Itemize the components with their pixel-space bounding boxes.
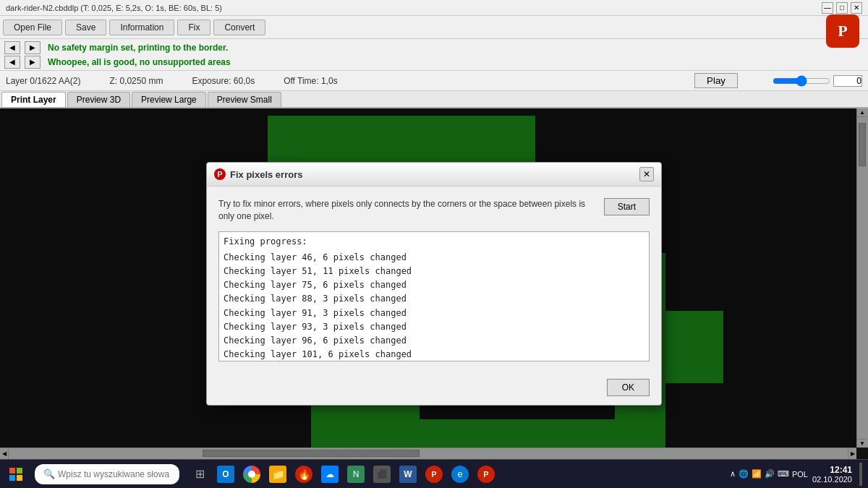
progress-box[interactable]: Fixing progress: Checking layer 46, 6 pi… — [218, 231, 650, 361]
play-button[interactable]: Play — [694, 73, 738, 88]
zoom-input[interactable]: 0 — [833, 75, 862, 87]
window-title: dark-rider-N2.cbddlp (T: 0,025, E: 5,2s,… — [6, 4, 222, 12]
time-display: 12:41 — [812, 465, 852, 475]
next-button-2[interactable]: ▶ — [25, 56, 41, 69]
layer-label: Layer 0/1622 AA(2) — [6, 76, 80, 86]
app6-icon[interactable]: P — [475, 463, 498, 486]
minimize-button[interactable]: — — [822, 2, 833, 14]
canvas-area: ▲ ▼ ◀ ▶ P Fix pixels errors ✕ Try to fix… — [0, 108, 868, 459]
progress-line: Checking layer 91, 3 pixels changed — [224, 307, 644, 320]
modal-body: Try to fix minor errors, where pixels on… — [207, 187, 661, 373]
modal-footer: OK — [207, 373, 661, 405]
modal-title: P Fix pixels errors — [214, 168, 302, 180]
app4-icon[interactable]: ⬛ — [370, 463, 393, 486]
info-bar: ◀ ▶ No safety margin set, printing to th… — [0, 39, 868, 71]
info-row-2: ◀ ▶ Whoopee, all is good, no unsupported… — [0, 55, 868, 69]
z-label: Z: 0,0250 mm — [109, 76, 163, 86]
layer-info-bar: Layer 0/1622 AA(2) Z: 0,0250 mm Exposure… — [0, 71, 868, 91]
keyboard-icon[interactable]: ⌨ — [778, 469, 789, 479]
next-button[interactable]: ▶ — [25, 41, 41, 54]
toolbar: Open File Save Information Fix Convert P — [0, 16, 868, 39]
off-time-label: Off Time: 1,0s — [284, 76, 337, 86]
close-button[interactable]: ✕ — [851, 2, 862, 14]
progress-lines: Checking layer 46, 6 pixels changedCheck… — [224, 251, 644, 361]
fix-pixels-modal: P Fix pixels errors ✕ Try to fix minor e… — [206, 162, 662, 406]
app2-icon[interactable]: ☁ — [318, 463, 341, 486]
network-icon[interactable]: 🌐 — [739, 469, 749, 479]
tab-print-layer[interactable]: Print Layer — [1, 92, 66, 107]
tab-preview-large[interactable]: Preview Large — [132, 92, 206, 107]
modal-title-bar: P Fix pixels errors ✕ — [207, 163, 661, 187]
modal-close-button[interactable]: ✕ — [639, 167, 654, 181]
exposure-label: Exposure: 60,0s — [192, 76, 255, 86]
progress-line: Checking layer 75, 6 pixels changed — [224, 278, 644, 292]
date-display: 02.10.2020 — [812, 475, 852, 484]
progress-line: Checking layer 46, 6 pixels changed — [224, 251, 644, 265]
explorer-icon[interactable]: 📁 — [266, 463, 289, 486]
progress-line: Checking layer 93, 3 pixels changed — [224, 320, 644, 334]
search-icon: 🔍 — [43, 468, 55, 479]
open-file-button[interactable]: Open File — [3, 20, 62, 35]
maximize-button[interactable]: □ — [836, 2, 848, 14]
windows-logo — [9, 468, 22, 481]
outlook-icon[interactable]: O — [214, 463, 237, 486]
save-button[interactable]: Save — [65, 20, 106, 35]
clock[interactable]: 12:41 02.10.2020 — [812, 465, 852, 484]
progress-line: Checking layer 101, 6 pixels changed — [224, 348, 644, 361]
taskbar: 🔍 ⊞ O 📁 🔥 ☁ N ⬛ W P — [0, 459, 868, 488]
show-desktop-icon[interactable] — [859, 463, 862, 486]
status-message: Whoopee, all is good, no unsupported are… — [48, 57, 231, 67]
tab-preview-3d[interactable]: Preview 3D — [67, 92, 130, 107]
tab-preview-small[interactable]: Preview Small — [208, 92, 281, 107]
slider-area: 0 — [773, 75, 862, 87]
fix-button[interactable]: Fix — [177, 20, 210, 35]
wifi-icon[interactable]: 📶 — [752, 469, 762, 479]
title-bar: dark-rider-N2.cbddlp (T: 0,025, E: 5,2s,… — [0, 0, 868, 16]
start-button[interactable]: Start — [604, 198, 650, 215]
search-input[interactable] — [58, 469, 171, 479]
volume-icon[interactable]: 🔊 — [765, 469, 775, 479]
word-icon[interactable]: W — [396, 463, 420, 486]
tab-bar: Print Layer Preview 3D Preview Large Pre… — [0, 91, 868, 108]
info-row-1: ◀ ▶ No safety margin set, printing to th… — [0, 40, 868, 55]
progress-title: Fixing progress: — [224, 236, 644, 247]
taskbar-icons: ⊞ O 📁 🔥 ☁ N ⬛ W P e — [188, 463, 498, 486]
taskbar-search[interactable]: 🔍 — [35, 464, 179, 484]
prev-button[interactable]: ◀ — [4, 41, 20, 54]
sys-tray-icons: ∧ 🌐 📶 🔊 ⌨ POL — [730, 469, 808, 479]
convert-button[interactable]: Convert — [213, 20, 265, 35]
app5-icon[interactable]: P — [422, 463, 446, 486]
chevron-up-icon[interactable]: ∧ — [730, 469, 736, 479]
progress-line: Checking layer 96, 6 pixels changed — [224, 334, 644, 348]
progress-line: Checking layer 51, 11 pixels changed — [224, 265, 644, 278]
edge-icon[interactable]: e — [448, 463, 472, 486]
modal-description: Try to fix minor errors, where pixels on… — [218, 198, 597, 223]
modal-logo: P — [214, 168, 226, 180]
app1-icon[interactable]: 🔥 — [292, 463, 315, 486]
prev-button-2[interactable]: ◀ — [4, 56, 20, 69]
app3-icon[interactable]: N — [344, 463, 367, 486]
ok-button[interactable]: OK — [607, 379, 650, 396]
information-button[interactable]: Information — [109, 20, 174, 35]
locale-label: POL — [792, 470, 808, 479]
chrome-icon[interactable] — [240, 463, 263, 486]
zoom-slider[interactable] — [773, 75, 830, 87]
window-controls: — □ ✕ — [822, 2, 862, 14]
start-button[interactable] — [0, 460, 32, 489]
progress-line: Checking layer 88, 3 pixels changed — [224, 292, 644, 306]
safety-message: No safety margin set, printing to the bo… — [48, 43, 228, 53]
taskbar-right: ∧ 🌐 📶 🔊 ⌨ POL 12:41 02.10.2020 — [730, 463, 868, 486]
modal-overlay: P Fix pixels errors ✕ Try to fix minor e… — [0, 108, 868, 459]
modal-desc-row: Try to fix minor errors, where pixels on… — [218, 198, 650, 223]
app-logo-letter: P — [838, 22, 847, 40]
task-view-icon[interactable]: ⊞ — [188, 463, 211, 486]
